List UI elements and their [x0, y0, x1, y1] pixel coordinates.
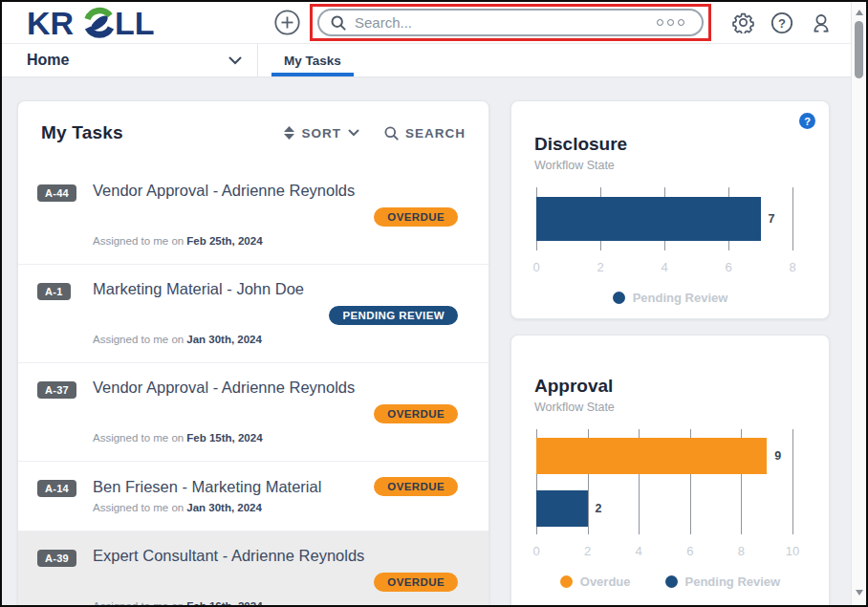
my-tasks-header: My Tasks SORT [18, 101, 488, 163]
status-badge: OVERDUE [374, 573, 458, 592]
task-row[interactable]: A-39 Expert Consultant - Adrienne Reynol… [18, 531, 488, 607]
chart-subtitle: Workflow State [534, 159, 806, 172]
legend-dot [613, 292, 625, 304]
nav-row: Home My Tasks [2, 44, 851, 77]
sort-arrows-icon [284, 126, 294, 140]
gridline [792, 187, 793, 250]
bar-row: 2 [536, 482, 792, 534]
legend-item-overdue[interactable]: Overdue [560, 574, 631, 589]
question-circle-icon: ? [770, 11, 793, 34]
assigned-text: Assigned to me onJan 30th, 2024 [93, 334, 458, 345]
tick-label: 6 [725, 260, 731, 274]
sort-button[interactable]: SORT [284, 126, 359, 141]
task-title[interactable]: Expert Consultant - Adrienne Reynolds [93, 547, 458, 565]
settings-button[interactable] [730, 11, 755, 35]
svg-text:LL: LL [115, 6, 155, 40]
kroll-logo-graphic: KR LL [27, 6, 166, 40]
legend-label: Overdue [580, 574, 631, 589]
help-button[interactable]: ? [770, 11, 794, 35]
x-axis: 0246810 [536, 542, 792, 563]
legend-item-pending-review[interactable]: Pending Review [613, 291, 728, 305]
disclosure-chart-card: ? Disclosure Workflow State 7 02468 Pend… [510, 100, 830, 319]
panel-title: My Tasks [41, 122, 123, 143]
task-title[interactable]: Vendor Approval - Adrienne Reynolds [93, 182, 458, 200]
legend-dot [665, 575, 678, 588]
tick-label: 2 [584, 544, 591, 558]
bar-overdue[interactable] [536, 438, 767, 474]
legend-item-pending-review[interactable]: Pending Review [665, 574, 781, 589]
task-id-badge: A-37 [37, 381, 76, 399]
chevron-down-icon [228, 56, 242, 65]
scroll-up-arrow[interactable] [856, 10, 863, 15]
bar-row: 7 [536, 187, 792, 250]
task-id-badge: A-1 [37, 283, 71, 300]
assigned-text: Assigned to me onFeb 16th, 2024 [93, 600, 458, 607]
task-title[interactable]: Marketing Material - John Doe [93, 280, 458, 298]
scrollbar-thumb[interactable] [855, 21, 863, 78]
bar-value-label: 2 [596, 502, 602, 515]
svg-text:KR: KR [27, 6, 74, 40]
task-title[interactable]: Ben Friesen - Marketing Material [93, 478, 321, 496]
status-badge: OVERDUE [374, 477, 458, 496]
task-id-badge: A-39 [37, 550, 76, 567]
search-input[interactable] [355, 14, 657, 31]
chart-subtitle: Workflow State [534, 401, 806, 414]
bar-row: 9 [536, 429, 792, 482]
bar-value-label: 9 [774, 449, 781, 463]
search-options-icon[interactable] [657, 19, 684, 26]
assigned-text: Assigned to me onFeb 15th, 2024 [93, 432, 458, 444]
my-tasks-panel: My Tasks SORT [17, 100, 489, 607]
task-row[interactable]: A-14 Ben Friesen - Marketing Material OV… [18, 461, 488, 531]
assigned-text: Assigned to me onFeb 25th, 2024 [93, 235, 458, 247]
tab-my-tasks-label: My Tasks [284, 54, 341, 68]
svg-text:?: ? [778, 15, 786, 30]
plus-icon [274, 10, 300, 35]
tab-my-tasks[interactable]: My Tasks [271, 44, 354, 76]
assigned-text: Assigned to me onJan 30th, 2024 [93, 502, 458, 513]
tick-label: 4 [661, 260, 667, 274]
active-tab-underline [271, 73, 354, 76]
status-badge: PENDING REVIEW [329, 306, 458, 325]
bar-chart-plot: 7 [536, 187, 792, 250]
task-search-button[interactable]: SEARCH [384, 126, 466, 141]
tick-label: 6 [686, 544, 693, 558]
bar-value-label: 7 [769, 212, 775, 226]
top-bar: KR LL [2, 2, 851, 44]
gear-icon [732, 11, 754, 33]
approval-chart-card: Approval Workflow State 92 0246810 Overd… [510, 335, 830, 607]
task-row[interactable]: A-44 Vendor Approval - Adrienne Reynolds… [18, 166, 488, 264]
chart-title: Disclosure [534, 134, 806, 155]
chart-legend: Pending Review [511, 291, 829, 305]
tick-label: 4 [636, 544, 642, 558]
charts-column: ? Disclosure Workflow State 7 02468 Pend… [510, 100, 830, 607]
gridline [792, 429, 793, 534]
task-id-badge: A-14 [37, 480, 76, 497]
profile-button[interactable] [809, 11, 834, 35]
vertical-scrollbar[interactable] [851, 2, 866, 605]
tick-label: 8 [738, 544, 745, 558]
home-label: Home [27, 52, 69, 69]
tick-label: 2 [597, 260, 603, 274]
status-badge: OVERDUE [374, 404, 458, 423]
task-row[interactable]: A-1 Marketing Material - John Doe PENDIN… [18, 264, 488, 362]
tick-label: 0 [532, 260, 539, 274]
bar-chart-plot: 92 [536, 429, 792, 534]
chart-help-icon[interactable]: ? [799, 113, 815, 129]
legend-label: Pending Review [685, 574, 781, 589]
task-id-badge: A-44 [37, 184, 76, 202]
legend-label: Pending Review [633, 291, 728, 305]
chart-title: Approval [534, 376, 806, 397]
add-button[interactable] [273, 10, 300, 36]
tick-label: 8 [789, 260, 795, 274]
bar-pending-review[interactable] [536, 490, 588, 527]
app-window: KR LL [0, 0, 868, 607]
bar-pending-review[interactable] [536, 197, 761, 241]
task-row[interactable]: A-37 Vendor Approval - Adrienne Reynolds… [18, 362, 488, 461]
home-dropdown[interactable]: Home [2, 44, 258, 76]
main-content: My Tasks SORT [2, 77, 851, 607]
task-title[interactable]: Vendor Approval - Adrienne Reynolds [93, 379, 458, 397]
kroll-logo[interactable]: KR LL [27, 5, 166, 41]
search-highlight-annotation [310, 4, 711, 41]
search-bar[interactable] [317, 9, 704, 36]
scroll-down-arrow[interactable] [856, 590, 863, 596]
